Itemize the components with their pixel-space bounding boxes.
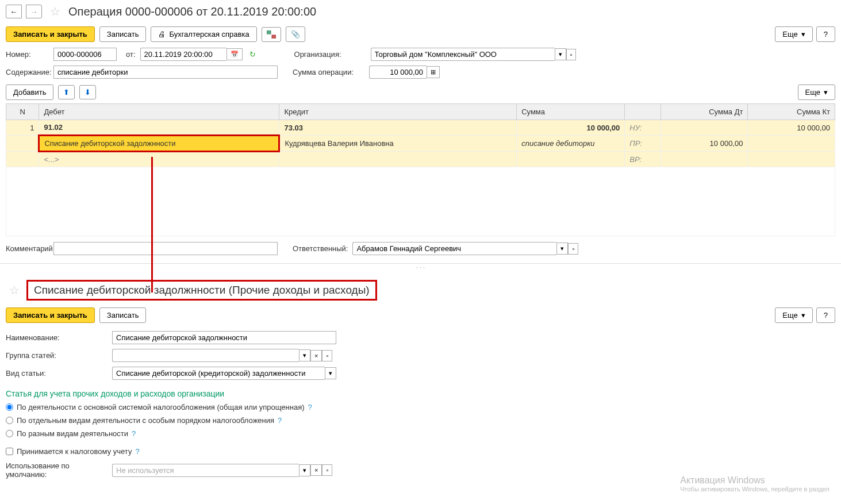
calendar-button[interactable]: 📅 bbox=[226, 48, 243, 60]
content-input[interactable] bbox=[53, 66, 278, 79]
responsible-input[interactable] bbox=[352, 242, 556, 255]
cell-sum-dt-nu[interactable] bbox=[660, 120, 748, 136]
operation-sum-label: Сумма операции: bbox=[293, 68, 364, 76]
favorite-star-icon[interactable]: ☆ bbox=[9, 283, 20, 297]
save-button-2[interactable]: Записать bbox=[99, 307, 147, 323]
cell-sum-kt-pr[interactable] bbox=[748, 136, 835, 152]
cell-sum[interactable]: 10 000,00 bbox=[517, 120, 625, 136]
comment-input[interactable] bbox=[53, 242, 278, 255]
favorite-star-icon[interactable]: ☆ bbox=[50, 5, 60, 18]
help-icon[interactable]: ? bbox=[135, 447, 139, 456]
table-row[interactable]: 1 91.02 73.03 10 000,00 НУ: 10 000,00 bbox=[6, 120, 835, 136]
cell-credit-subconto1[interactable]: Кудрявцева Валерия Ивановна bbox=[279, 136, 517, 152]
help-icon[interactable]: ? bbox=[278, 416, 282, 425]
default-usage-input[interactable]: Не используется bbox=[112, 464, 299, 477]
dt-kt-button[interactable] bbox=[262, 27, 281, 42]
col-debit: Дебет bbox=[39, 104, 279, 120]
page-title: Операция 0000-000006 от 20.11.2019 20:00… bbox=[68, 5, 316, 18]
save-button[interactable]: Записать bbox=[99, 26, 147, 42]
group-dropdown-button[interactable]: ▾ bbox=[299, 349, 310, 361]
group-input[interactable] bbox=[112, 349, 299, 362]
svg-rect-0 bbox=[267, 30, 271, 34]
table-more-label: Еще bbox=[805, 88, 820, 97]
attachment-button[interactable]: 📎 bbox=[286, 26, 305, 42]
cell-sum-dt-vr[interactable] bbox=[660, 152, 748, 167]
svg-rect-1 bbox=[272, 35, 276, 39]
cell-sum-kt-vr[interactable] bbox=[748, 152, 835, 167]
col-credit: Кредит bbox=[279, 104, 517, 120]
save-and-close-button-2[interactable]: Записать и закрыть bbox=[6, 307, 95, 323]
cell-debit-account[interactable]: 91.02 bbox=[39, 120, 279, 136]
cell-pr-label: ПР: bbox=[625, 136, 661, 152]
group-open-button[interactable]: ▫ bbox=[322, 350, 332, 361]
credit-account-value: 73.03 bbox=[284, 124, 303, 132]
type-dropdown-button[interactable]: ▾ bbox=[325, 367, 336, 379]
accounting-article-heading: Статья для учета прочих доходов и расход… bbox=[0, 384, 841, 401]
table-row[interactable]: <...> ВР: bbox=[6, 152, 835, 167]
cell-empty bbox=[517, 152, 625, 167]
help-button[interactable]: ? bbox=[816, 26, 835, 42]
cell-credit-account[interactable]: 73.03 bbox=[279, 120, 517, 136]
cell-debit-subconto2[interactable]: <...> bbox=[39, 152, 279, 167]
radio-main-tax-system[interactable] bbox=[6, 403, 13, 411]
sum-value: 10 000,00 bbox=[586, 124, 620, 132]
calendar-icon: 📅 bbox=[231, 51, 239, 57]
org-dropdown-button[interactable]: ▾ bbox=[555, 48, 566, 60]
cell-sum-dt-pr[interactable]: 10 000,00 bbox=[660, 136, 748, 152]
more-button[interactable]: Еще ▾ bbox=[775, 26, 812, 42]
organization-input[interactable] bbox=[371, 48, 555, 61]
org-open-button[interactable]: ▫ bbox=[566, 49, 577, 60]
nav-back-button[interactable]: ← bbox=[6, 5, 22, 18]
add-row-button[interactable]: Добавить bbox=[6, 84, 53, 100]
col-tax-type bbox=[625, 104, 661, 120]
col-sum-kt: Сумма Кт bbox=[748, 104, 835, 120]
number-input[interactable] bbox=[53, 48, 117, 61]
calculator-button[interactable]: ⊞ bbox=[427, 66, 440, 78]
help-button-2[interactable]: ? bbox=[816, 307, 835, 323]
usage-clear-button[interactable]: × bbox=[310, 464, 322, 476]
group-clear-button[interactable]: × bbox=[310, 350, 322, 361]
radio-various-activities-label: По разным видам деятельности bbox=[17, 429, 128, 438]
cell-empty bbox=[6, 136, 39, 152]
table-empty-space bbox=[6, 167, 835, 236]
operation-sum-input[interactable] bbox=[369, 66, 427, 79]
table-row[interactable]: Списание дебиторской задолжнности Кудряв… bbox=[6, 136, 835, 152]
checkbox-tax-accounting[interactable] bbox=[6, 448, 13, 455]
calculator-icon: ⊞ bbox=[431, 68, 436, 75]
help-icon[interactable]: ? bbox=[308, 403, 312, 411]
default-usage-label: Использование по умолчанию: bbox=[6, 461, 106, 479]
cell-sum-desc[interactable]: списание дебиторки bbox=[517, 136, 625, 152]
date-input[interactable] bbox=[140, 48, 226, 61]
usage-open-button[interactable]: ▫ bbox=[322, 464, 332, 476]
red-connector-line bbox=[151, 157, 153, 293]
entries-table: N Дебет Кредит Сумма Сумма Дт Сумма Кт 1… bbox=[6, 103, 835, 236]
cell-credit-subconto2[interactable] bbox=[279, 152, 517, 167]
number-label: Номер: bbox=[6, 50, 49, 59]
watermark-title: Активация Windows bbox=[680, 475, 830, 482]
help-icon[interactable]: ? bbox=[132, 429, 136, 438]
more-label: Еще bbox=[782, 30, 797, 39]
print-reference-button[interactable]: 🖨 Бухгалтерская справка bbox=[151, 26, 256, 42]
table-more-button[interactable]: Еще ▾ bbox=[798, 84, 835, 100]
checkbox-tax-accounting-label: Принимается к налоговому учету bbox=[17, 447, 132, 456]
more-label-2: Еще bbox=[782, 311, 797, 320]
radio-various-activities[interactable] bbox=[6, 430, 13, 437]
radio-special-tax-activities[interactable] bbox=[6, 417, 13, 424]
responsible-open-button[interactable]: ▫ bbox=[568, 243, 578, 255]
type-input[interactable] bbox=[112, 367, 325, 380]
move-up-button[interactable]: ⬆ bbox=[58, 85, 75, 99]
arrow-up-icon: ⬆ bbox=[63, 88, 70, 97]
col-sum: Сумма bbox=[517, 104, 625, 120]
more-button-2[interactable]: Еще ▾ bbox=[775, 307, 812, 323]
nav-forward-button[interactable]: → bbox=[26, 5, 42, 18]
cell-vr-label: ВР: bbox=[625, 152, 661, 167]
move-down-button[interactable]: ⬇ bbox=[79, 85, 96, 99]
refresh-date-button[interactable]: ↻ bbox=[247, 49, 258, 60]
arrow-down-icon: ⬇ bbox=[85, 88, 91, 97]
save-and-close-button[interactable]: Записать и закрыть bbox=[6, 26, 95, 42]
name-input[interactable] bbox=[112, 331, 336, 344]
cell-debit-subconto1[interactable]: Списание дебиторской задолжнности bbox=[39, 136, 279, 152]
cell-sum-kt-nu[interactable]: 10 000,00 bbox=[748, 120, 835, 136]
usage-dropdown-button[interactable]: ▾ bbox=[299, 464, 310, 476]
responsible-dropdown-button[interactable]: ▾ bbox=[556, 243, 568, 255]
